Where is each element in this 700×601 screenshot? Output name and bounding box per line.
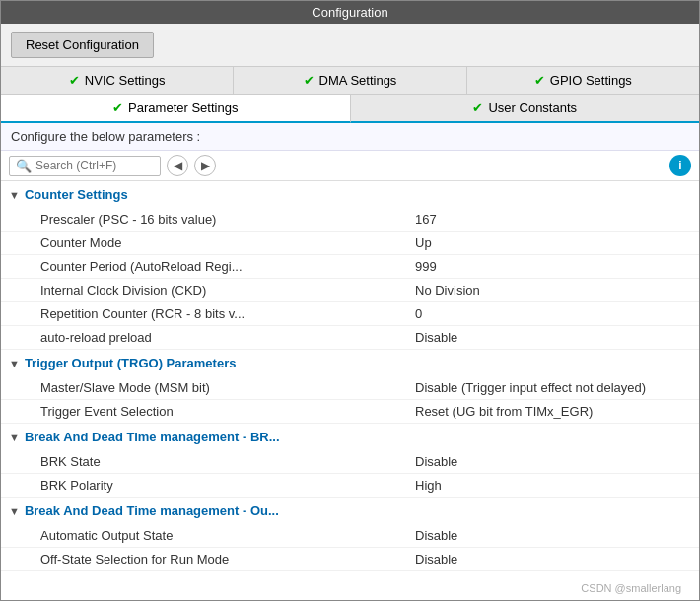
nav-next-button[interactable]: ▶ xyxy=(194,155,216,176)
counter-settings-chevron: ▼ xyxy=(9,189,20,201)
nav-prev-button[interactable]: ◀ xyxy=(167,155,188,176)
info-button[interactable]: i xyxy=(669,155,691,176)
title-bar: Configuration xyxy=(1,1,699,24)
param-clock-division-value: No Division xyxy=(415,283,691,298)
param-brk-polarity-name: BRK Polarity xyxy=(40,478,415,493)
param-master-slave-mode-value: Disable (Trigger input effect not delaye… xyxy=(415,380,691,395)
param-auto-reload-preload-name: auto-reload preload xyxy=(40,330,415,345)
break-dead-ou-label: Break And Dead Time management - Ou... xyxy=(25,503,279,518)
param-counter-mode-value: Up xyxy=(415,235,691,250)
toolbar: Reset Configuration xyxy=(1,24,699,67)
param-master-slave-mode-name: Master/Slave Mode (MSM bit) xyxy=(40,380,415,395)
param-trigger-event: Trigger Event Selection Reset (UG bit fr… xyxy=(1,400,699,424)
param-auto-reload-preload: auto-reload preload Disable xyxy=(1,326,699,350)
param-auto-output-state-name: Automatic Output State xyxy=(40,528,415,543)
trigger-output-label: Trigger Output (TRGO) Parameters xyxy=(25,356,237,370)
break-dead-ou-chevron: ▼ xyxy=(9,505,20,517)
parameter-check-icon: ✔ xyxy=(112,100,123,115)
dma-check-icon: ✔ xyxy=(304,73,315,88)
param-auto-output-state: Automatic Output State Disable xyxy=(1,524,699,548)
params-list: ▼ Counter Settings Prescaler (PSC - 16 b… xyxy=(1,181,699,600)
param-trigger-event-name: Trigger Event Selection xyxy=(40,404,415,419)
search-bar: 🔍 ◀ ▶ i xyxy=(1,151,699,181)
tab-user-constants[interactable]: ✔ User Constants xyxy=(351,95,700,121)
trigger-output-chevron: ▼ xyxy=(9,358,20,369)
nvic-check-icon: ✔ xyxy=(69,73,80,88)
param-clock-division: Internal Clock Division (CKD) No Divisio… xyxy=(1,279,699,302)
reset-configuration-button[interactable]: Reset Configuration xyxy=(11,32,154,58)
content-area: ▼ Counter Settings Prescaler (PSC - 16 b… xyxy=(1,181,699,600)
tab-nvic-settings[interactable]: ✔ NVIC Settings xyxy=(1,67,234,94)
param-prescaler: Prescaler (PSC - 16 bits value) 167 xyxy=(1,208,699,232)
tabs-row2: ✔ Parameter Settings ✔ User Constants xyxy=(1,95,699,123)
param-prescaler-name: Prescaler (PSC - 16 bits value) xyxy=(40,212,415,227)
param-off-state-run-name: Off-State Selection for Run Mode xyxy=(40,552,415,567)
search-input[interactable] xyxy=(35,159,154,172)
param-clock-division-name: Internal Clock Division (CKD) xyxy=(40,283,415,298)
param-counter-period-name: Counter Period (AutoReload Regi... xyxy=(40,259,415,274)
gpio-check-icon: ✔ xyxy=(534,73,545,88)
param-repetition-counter: Repetition Counter (RCR - 8 bits v... 0 xyxy=(1,302,699,326)
param-repetition-counter-name: Repetition Counter (RCR - 8 bits v... xyxy=(40,306,415,321)
gpio-tab-label: GPIO Settings xyxy=(550,73,632,88)
section-counter-settings[interactable]: ▼ Counter Settings xyxy=(1,181,699,208)
tab-dma-settings[interactable]: ✔ DMA Settings xyxy=(234,67,466,94)
param-brk-state: BRK State Disable xyxy=(1,450,699,474)
param-prescaler-value: 167 xyxy=(415,212,691,227)
user-constants-tab-label: User Constants xyxy=(488,100,577,115)
param-off-state-run-value: Disable xyxy=(415,552,691,567)
configure-label: Configure the below parameters : xyxy=(1,123,699,151)
param-brk-state-value: Disable xyxy=(415,454,691,469)
tab-gpio-settings[interactable]: ✔ GPIO Settings xyxy=(467,67,699,94)
search-icon: 🔍 xyxy=(16,159,32,173)
window-title: Configuration xyxy=(312,5,387,20)
param-brk-polarity-value: High xyxy=(415,478,691,493)
param-off-state-run: Off-State Selection for Run Mode Disable xyxy=(1,548,699,571)
nvic-tab-label: NVIC Settings xyxy=(85,73,166,88)
counter-settings-label: Counter Settings xyxy=(25,187,128,202)
user-constants-check-icon: ✔ xyxy=(472,100,483,115)
param-brk-state-name: BRK State xyxy=(40,454,415,469)
section-break-dead-br[interactable]: ▼ Break And Dead Time management - BR... xyxy=(1,424,699,450)
tabs-row1: ✔ NVIC Settings ✔ DMA Settings ✔ GPIO Se… xyxy=(1,67,699,95)
param-counter-period-value: 999 xyxy=(415,259,691,274)
param-counter-mode-name: Counter Mode xyxy=(40,235,415,250)
section-break-dead-ou[interactable]: ▼ Break And Dead Time management - Ou... xyxy=(1,498,699,524)
tab-parameter-settings[interactable]: ✔ Parameter Settings xyxy=(1,95,351,123)
param-trigger-event-value: Reset (UG bit from TIMx_EGR) xyxy=(415,404,691,419)
search-input-wrap: 🔍 xyxy=(9,156,161,176)
main-window: Configuration Reset Configuration ✔ NVIC… xyxy=(0,0,700,601)
info-icon: i xyxy=(678,159,681,172)
param-repetition-counter-value: 0 xyxy=(415,306,691,321)
param-auto-reload-preload-value: Disable xyxy=(415,330,691,345)
param-counter-period: Counter Period (AutoReload Regi... 999 xyxy=(1,255,699,279)
break-dead-br-label: Break And Dead Time management - BR... xyxy=(25,430,280,444)
break-dead-br-chevron: ▼ xyxy=(9,432,20,443)
param-auto-output-state-value: Disable xyxy=(415,528,691,543)
param-master-slave-mode: Master/Slave Mode (MSM bit) Disable (Tri… xyxy=(1,376,699,400)
parameter-tab-label: Parameter Settings xyxy=(128,100,238,115)
param-counter-mode: Counter Mode Up xyxy=(1,232,699,255)
dma-tab-label: DMA Settings xyxy=(319,73,397,88)
param-brk-polarity: BRK Polarity High xyxy=(1,474,699,498)
section-trigger-output[interactable]: ▼ Trigger Output (TRGO) Parameters xyxy=(1,350,699,376)
